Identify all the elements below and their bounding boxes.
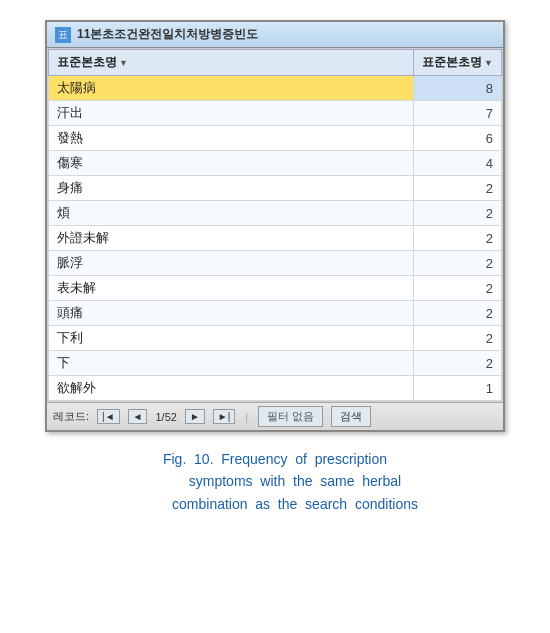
count-cell: 2	[414, 301, 502, 326]
caption-text-line2: symptoms with the same herbal	[189, 470, 401, 492]
title-bar: 표 11본초조건완전일치처방병증빈도	[47, 22, 503, 48]
term-cell: 下	[49, 351, 414, 376]
col1-dropdown-arrow[interactable]: ▼	[119, 58, 128, 68]
table-row: 表未解2	[49, 276, 502, 301]
window-title: 11본초조건완전일치처방병증빈도	[77, 26, 258, 43]
table-row: 發熱6	[49, 126, 502, 151]
search-button[interactable]: 검색	[331, 406, 371, 427]
count-cell: 6	[414, 126, 502, 151]
count-cell: 7	[414, 101, 502, 126]
count-cell: 2	[414, 326, 502, 351]
window-icon: 표	[55, 27, 71, 43]
status-bar: 레코드: |◄ ◄ 1/52 ► ►| | 필터 없음 검색	[47, 402, 503, 430]
term-cell: 汗出	[49, 101, 414, 126]
table-row: 脈浮2	[49, 251, 502, 276]
term-cell: 脈浮	[49, 251, 414, 276]
figure-caption: Fig. 10. Frequency of prescription sympt…	[45, 448, 505, 515]
data-table: 표준본초명 ▼ 표준본초명 ▼ 太陽病8汗出7發熱6傷寒4身痛2煩2外證未解2脈…	[48, 49, 502, 401]
nav-first-button[interactable]: |◄	[97, 409, 120, 424]
term-cell: 傷寒	[49, 151, 414, 176]
count-cell: 8	[414, 76, 502, 101]
count-cell: 1	[414, 376, 502, 401]
term-cell: 欲解外	[49, 376, 414, 401]
table-row: 欲解外1	[49, 376, 502, 401]
count-cell: 4	[414, 151, 502, 176]
term-cell: 頭痛	[49, 301, 414, 326]
count-cell: 2	[414, 226, 502, 251]
count-cell: 2	[414, 276, 502, 301]
term-cell: 外證未解	[49, 226, 414, 251]
nav-next-button[interactable]: ►	[185, 409, 205, 424]
col2-header[interactable]: 표준본초명 ▼	[414, 50, 502, 76]
table-row: 煩2	[49, 201, 502, 226]
table-row: 下2	[49, 351, 502, 376]
database-window: 표 11본초조건완전일치처방병증빈도 표준본초명 ▼ 표준본초명 ▼	[45, 20, 505, 432]
table-row: 頭痛2	[49, 301, 502, 326]
table-row: 外證未解2	[49, 226, 502, 251]
term-cell: 下利	[49, 326, 414, 351]
caption-line1: Fig. 10. Frequency of prescription	[45, 448, 505, 470]
table-row: 太陽病8	[49, 76, 502, 101]
caption-text-line3: combination as the search conditions	[172, 493, 418, 515]
table-row: 下利2	[49, 326, 502, 351]
count-cell: 2	[414, 201, 502, 226]
col1-header[interactable]: 표준본초명 ▼	[49, 50, 414, 76]
table-row: 汗出7	[49, 101, 502, 126]
term-cell: 煩	[49, 201, 414, 226]
term-cell: 發熱	[49, 126, 414, 151]
count-cell: 2	[414, 251, 502, 276]
col2-dropdown-arrow[interactable]: ▼	[484, 58, 493, 68]
term-cell: 太陽病	[49, 76, 414, 101]
caption-line3: combination as the search conditions	[45, 493, 505, 515]
record-position: 1/52	[155, 411, 176, 423]
table-row: 身痛2	[49, 176, 502, 201]
fig-label: Fig. 10. Frequency of prescription	[163, 448, 387, 470]
count-cell: 2	[414, 351, 502, 376]
filter-button[interactable]: 필터 없음	[258, 406, 323, 427]
nav-last-button[interactable]: ►|	[213, 409, 236, 424]
record-label: 레코드:	[53, 409, 89, 424]
table-wrapper: 표준본초명 ▼ 표준본초명 ▼ 太陽病8汗出7發熱6傷寒4身痛2煩2外證未解2脈…	[47, 48, 503, 402]
nav-prev-button[interactable]: ◄	[128, 409, 148, 424]
table-row: 傷寒4	[49, 151, 502, 176]
count-cell: 2	[414, 176, 502, 201]
caption-line2: symptoms with the same herbal	[45, 470, 505, 492]
term-cell: 表未解	[49, 276, 414, 301]
term-cell: 身痛	[49, 176, 414, 201]
